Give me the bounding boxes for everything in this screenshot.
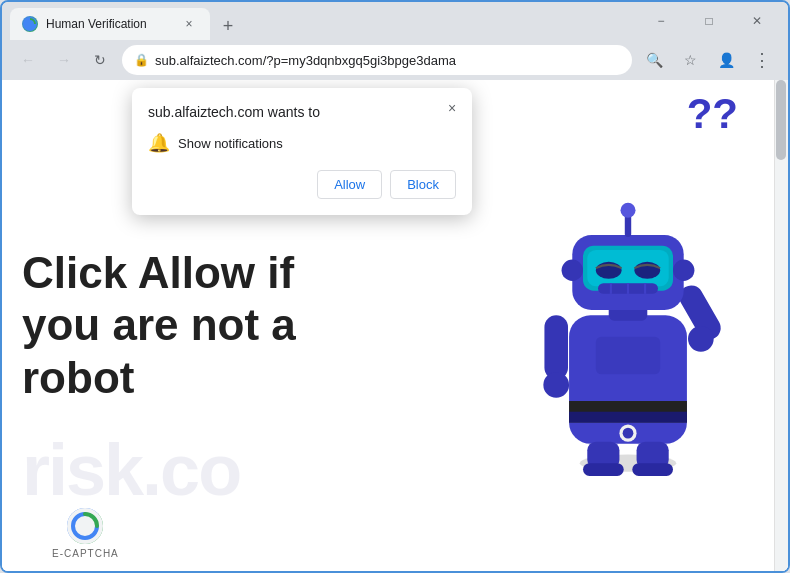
title-bar: Human Verification × + − □ ✕ (2, 2, 788, 40)
svg-rect-29 (583, 463, 624, 476)
question-marks: ?? (687, 90, 738, 138)
url-bar[interactable]: 🔒 sub.alfaiztech.com/?p=my3dqnbxgq5gi3bp… (122, 45, 632, 75)
scrollbar-thumb[interactable] (776, 80, 786, 160)
svg-rect-3 (544, 315, 568, 379)
svg-point-4 (543, 372, 569, 398)
robot-svg (518, 176, 738, 476)
back-button[interactable]: ← (14, 46, 42, 74)
tab-close-button[interactable]: × (180, 15, 198, 33)
popup-title: sub.alfaiztech.com wants to (148, 104, 456, 120)
notification-popup: × sub.alfaiztech.com wants to 🔔 Show not… (132, 88, 472, 215)
tab-container: Human Verification × + (10, 2, 634, 40)
maximize-button[interactable]: □ (686, 5, 732, 37)
browser-window: Human Verification × + − □ ✕ ← → ↻ 🔒 sub… (0, 0, 790, 573)
tab-favicon (22, 16, 38, 32)
bookmark-icon[interactable]: ☆ (676, 46, 704, 74)
menu-button[interactable]: ⋮ (748, 46, 776, 74)
close-button[interactable]: ✕ (734, 5, 780, 37)
notification-text: Show notifications (178, 136, 283, 151)
svg-rect-12 (596, 336, 660, 374)
svg-point-6 (688, 326, 714, 352)
tab-title: Human Verification (46, 17, 172, 31)
svg-rect-9 (569, 411, 687, 422)
popup-buttons: Allow Block (148, 170, 456, 199)
scrollbar[interactable] (774, 80, 788, 571)
address-bar: ← → ↻ 🔒 sub.alfaiztech.com/?p=my3dqnbxgq… (2, 40, 788, 80)
svg-point-11 (623, 427, 634, 438)
profile-icon[interactable]: 👤 (712, 46, 740, 74)
popup-close-button[interactable]: × (442, 98, 462, 118)
active-tab[interactable]: Human Verification × (10, 8, 210, 40)
lock-icon: 🔒 (134, 53, 149, 67)
watermark-text: risk.co (22, 429, 240, 511)
svg-rect-30 (632, 463, 673, 476)
bell-icon: 🔔 (148, 132, 170, 154)
search-icon[interactable]: 🔍 (640, 46, 668, 74)
window-controls: − □ ✕ (638, 5, 780, 37)
popup-notification-row: 🔔 Show notifications (148, 132, 456, 154)
svg-point-24 (621, 202, 636, 217)
svg-point-25 (562, 259, 583, 280)
page-content: risk.co Click Allow if you are not a rob… (2, 80, 788, 571)
main-heading: Click Allow if you are not a robot (22, 246, 362, 404)
refresh-button[interactable]: ↻ (86, 46, 114, 74)
robot-illustration: ?? (488, 80, 768, 571)
block-button[interactable]: Block (390, 170, 456, 199)
url-text: sub.alfaiztech.com/?p=my3dqnbxgq5gi3bpge… (155, 53, 620, 68)
minimize-button[interactable]: − (638, 5, 684, 37)
ecaptcha-logo-area: E-CAPTCHA (52, 508, 119, 559)
page-background: risk.co Click Allow if you are not a rob… (2, 80, 788, 571)
ecaptcha-label: E-CAPTCHA (52, 548, 119, 559)
forward-button[interactable]: → (50, 46, 78, 74)
svg-point-26 (673, 259, 694, 280)
new-tab-button[interactable]: + (214, 12, 242, 40)
ecaptcha-icon (67, 508, 103, 544)
allow-button[interactable]: Allow (317, 170, 382, 199)
